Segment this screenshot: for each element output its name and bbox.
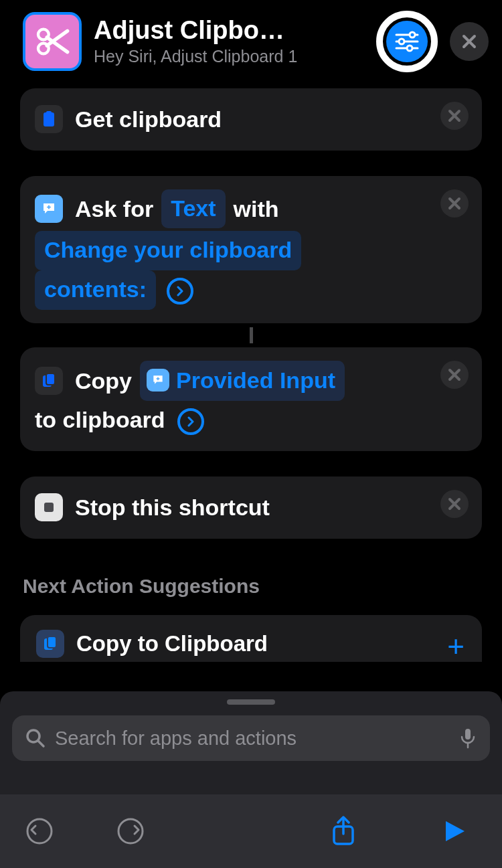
action-get-clipboard[interactable]: Get clipboard — [20, 88, 482, 151]
action-label-mid: with — [234, 191, 279, 227]
dictation-icon[interactable] — [459, 727, 477, 749]
add-suggestion-button[interactable]: + — [447, 630, 465, 663]
stop-icon — [35, 493, 63, 521]
siri-phrase: Hey Siri, Adjust Clipboard 1 — [94, 47, 364, 66]
bottom-toolbar — [0, 794, 502, 868]
suggestion-label: Copy to Clipboard — [76, 631, 268, 657]
svg-marker-39 — [446, 821, 465, 841]
svg-point-8 — [399, 39, 404, 44]
svg-point-7 — [410, 32, 415, 37]
ask-prompt-token-cont[interactable]: contents: — [35, 270, 156, 310]
action-copy-to-clipboard[interactable]: Copy Provided Input to clipboard — [20, 347, 482, 451]
search-icon — [25, 728, 46, 748]
share-button[interactable] — [328, 816, 359, 847]
suggestion-item[interactable]: Copy to Clipboard + — [20, 615, 482, 662]
close-button[interactable] — [450, 22, 489, 61]
expand-options-button[interactable] — [177, 408, 204, 435]
share-icon — [330, 816, 357, 847]
header-bar: Adjust Clipbo… Hey Siri, Adjust Clipboar… — [0, 0, 502, 83]
svg-point-9 — [407, 46, 412, 51]
undo-icon — [25, 817, 54, 845]
action-label-prefix: Copy — [75, 363, 132, 399]
title-block: Adjust Clipbo… Hey Siri, Adjust Clipboar… — [94, 17, 364, 67]
shortcut-title[interactable]: Adjust Clipbo… — [94, 17, 348, 45]
svg-point-35 — [27, 819, 52, 843]
shortcut-app-icon[interactable] — [23, 12, 82, 71]
close-icon — [446, 496, 463, 512]
suggestions-heading: Next Action Suggestions — [23, 575, 482, 598]
svg-rect-30 — [48, 636, 56, 648]
action-label: Stop this shortcut — [75, 490, 270, 525]
undo-button[interactable] — [24, 816, 55, 847]
actions-list: Get clipboard Ask for Text with — [0, 83, 502, 662]
action-label-suffix: to clipboard — [35, 402, 165, 438]
redo-icon — [116, 817, 145, 845]
svg-rect-28 — [44, 503, 54, 512]
sliders-icon — [395, 29, 419, 54]
svg-point-36 — [118, 819, 143, 843]
svg-rect-15 — [46, 111, 52, 114]
expand-options-button[interactable] — [167, 278, 193, 305]
remove-action-button[interactable] — [440, 490, 469, 518]
search-field[interactable] — [12, 715, 490, 761]
flow-connector — [250, 327, 253, 343]
svg-rect-23 — [46, 373, 55, 385]
action-label: Get clipboard — [75, 102, 222, 137]
scissors-icon — [27, 17, 77, 66]
svg-rect-33 — [465, 729, 471, 740]
remove-action-button[interactable] — [440, 189, 469, 218]
remove-action-button[interactable] — [440, 361, 469, 389]
ask-type-token[interactable]: Text — [161, 189, 225, 229]
svg-rect-14 — [44, 112, 54, 126]
play-icon — [442, 818, 467, 844]
ask-icon — [35, 195, 63, 223]
search-input[interactable] — [55, 727, 450, 750]
action-ask-for-input[interactable]: Ask for Text with Change your clipboard … — [20, 176, 482, 323]
settings-button[interactable] — [386, 21, 428, 62]
close-icon — [446, 108, 463, 124]
clipboard-icon — [35, 105, 63, 133]
redo-button[interactable] — [115, 816, 146, 847]
copy-input-token[interactable]: Provided Input — [140, 361, 345, 402]
drag-handle[interactable] — [227, 699, 275, 705]
remove-action-button[interactable] — [440, 102, 469, 130]
close-icon — [446, 195, 463, 211]
action-stop-shortcut[interactable]: Stop this shortcut — [20, 476, 482, 539]
run-button[interactable] — [439, 816, 470, 847]
svg-line-32 — [38, 741, 44, 746]
action-label-prefix: Ask for — [75, 191, 153, 227]
close-icon — [461, 33, 477, 50]
ask-icon — [147, 369, 169, 392]
ask-prompt-token[interactable]: Change your clipboard — [35, 231, 301, 270]
copy-icon — [36, 630, 64, 658]
action-search-panel[interactable] — [0, 691, 502, 868]
close-icon — [446, 367, 463, 383]
copy-icon — [35, 367, 63, 395]
settings-highlight-ring — [376, 11, 438, 72]
